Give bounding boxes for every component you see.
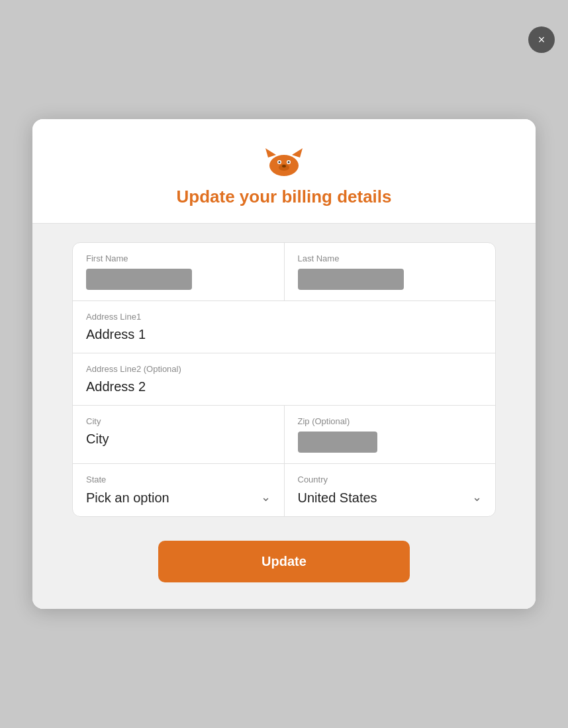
address1-value[interactable]: Address 1 <box>86 327 146 341</box>
svg-point-9 <box>282 165 286 167</box>
address2-field: Address Line2 (Optional) Address 2 <box>73 353 495 405</box>
name-row: First Name Last Name <box>73 243 495 301</box>
update-button[interactable]: Update <box>158 541 410 582</box>
first-name-field: First Name <box>73 243 285 300</box>
state-dropdown[interactable]: Pick an option ⌄ <box>86 490 271 506</box>
country-value: United States <box>298 490 377 506</box>
country-dropdown[interactable]: United States ⌄ <box>298 490 483 506</box>
modal-header: Update your billing details <box>32 119 536 224</box>
address2-label: Address Line2 (Optional) <box>86 364 482 374</box>
last-name-label: Last Name <box>298 253 483 263</box>
address1-row: Address Line1 Address 1 <box>73 301 495 353</box>
state-field[interactable]: State Pick an option ⌄ <box>73 464 285 516</box>
first-name-input[interactable] <box>86 269 192 290</box>
address1-field: Address Line1 Address 1 <box>73 301 495 353</box>
address2-row: Address Line2 (Optional) Address 2 <box>73 353 495 406</box>
close-icon: × <box>538 33 545 47</box>
last-name-field: Last Name <box>285 243 496 300</box>
country-chevron-icon: ⌄ <box>472 490 482 504</box>
city-value[interactable]: City <box>86 432 109 446</box>
city-zip-row: City City Zip (Optional) <box>73 406 495 464</box>
zip-label: Zip (Optional) <box>298 416 483 426</box>
address1-label: Address Line1 <box>86 312 482 322</box>
close-button[interactable]: × <box>528 26 555 53</box>
modal-title: Update your billing details <box>176 187 391 207</box>
first-name-label: First Name <box>86 253 271 263</box>
state-value: Pick an option <box>86 490 169 506</box>
city-label: City <box>86 416 271 426</box>
zip-input[interactable] <box>298 432 377 453</box>
state-chevron-icon: ⌄ <box>261 490 271 504</box>
brand-logo-icon <box>263 146 305 179</box>
state-country-row: State Pick an option ⌄ Country United St… <box>73 464 495 516</box>
form-container: First Name Last Name Address Line1 Addre… <box>72 242 496 517</box>
zip-field: Zip (Optional) <box>285 406 496 463</box>
svg-point-7 <box>279 161 281 163</box>
state-label: State <box>86 475 271 484</box>
svg-marker-2 <box>292 148 303 158</box>
city-field: City City <box>73 406 285 463</box>
country-label: Country <box>298 475 483 484</box>
modal-dialog: Update your billing details First Name L… <box>32 119 536 609</box>
svg-point-8 <box>288 161 290 163</box>
overlay: × Upda <box>0 0 568 728</box>
modal-body: First Name Last Name Address Line1 Addre… <box>32 224 536 609</box>
address2-value[interactable]: Address 2 <box>86 379 146 394</box>
country-field[interactable]: Country United States ⌄ <box>285 464 496 516</box>
last-name-input[interactable] <box>298 269 404 290</box>
svg-marker-1 <box>265 148 276 158</box>
